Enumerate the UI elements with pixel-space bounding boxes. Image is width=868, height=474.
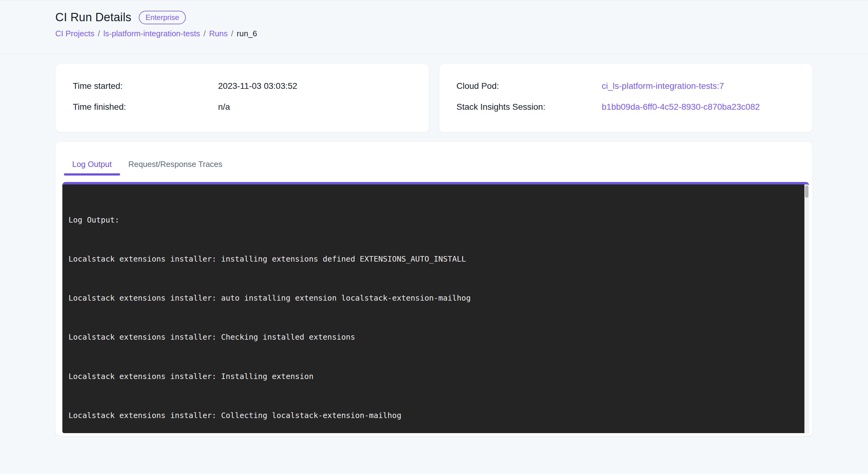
breadcrumb-separator: /	[203, 29, 206, 38]
time-started-label: Time started:	[73, 81, 218, 91]
log-line: Localstack extensions installer: Install…	[68, 370, 803, 383]
log-scrollbar-track[interactable]	[804, 184, 809, 433]
stack-insights-session-row: Stack Insights Session: b1bb09da-6ff0-4c…	[457, 102, 795, 112]
log-content: Log Output: Localstack extensions instal…	[62, 184, 809, 433]
time-started-value: 2023-11-03 03:03:52	[218, 81, 297, 91]
page-content: Time started: 2023-11-03 03:03:52 Time f…	[0, 54, 868, 436]
log-line: Localstack extensions installer: install…	[68, 253, 803, 266]
cloud-info-card: Cloud Pod: ci_ls-platform-integration-te…	[439, 64, 813, 132]
breadcrumb: CI Projects / ls-platform-integration-te…	[55, 29, 813, 38]
breadcrumb-link-ci-projects[interactable]: CI Projects	[55, 29, 94, 38]
log-panel-card: Log Output Request/Response Traces Log O…	[55, 141, 813, 436]
run-times-card: Time started: 2023-11-03 03:03:52 Time f…	[55, 64, 429, 132]
log-panel-tabs: Log Output Request/Response Traces	[64, 152, 812, 176]
title-row: CI Run Details Enterprise	[55, 11, 813, 24]
breadcrumb-link-runs[interactable]: Runs	[209, 29, 228, 38]
cloud-pod-link[interactable]: ci_ls-platform-integration-tests:7	[602, 81, 724, 91]
log-line: Localstack extensions installer: auto in…	[68, 292, 803, 305]
breadcrumb-separator: /	[98, 29, 100, 38]
page-header: CI Run Details Enterprise CI Projects / …	[0, 0, 868, 54]
time-finished-row: Time finished: n/a	[73, 102, 411, 112]
log-terminal[interactable]: Log Output: Localstack extensions instal…	[62, 182, 809, 433]
stack-insights-session-link[interactable]: b1bb09da-6ff0-4c52-8930-c870ba23c082	[602, 102, 760, 112]
tab-request-response-traces[interactable]: Request/Response Traces	[120, 152, 231, 176]
log-line: Localstack extensions installer: Collect…	[68, 409, 803, 422]
time-started-row: Time started: 2023-11-03 03:03:52	[73, 81, 411, 91]
tab-log-output[interactable]: Log Output	[64, 152, 120, 176]
time-finished-value: n/a	[218, 102, 230, 112]
enterprise-badge: Enterprise	[139, 11, 186, 24]
cloud-pod-row: Cloud Pod: ci_ls-platform-integration-te…	[457, 81, 795, 91]
log-line: Localstack extensions installer: Checkin…	[68, 331, 803, 344]
stack-insights-session-label: Stack Insights Session:	[457, 102, 602, 112]
log-scrollbar-thumb[interactable]	[805, 185, 808, 198]
log-line: Log Output:	[68, 214, 803, 227]
breadcrumb-separator: /	[231, 29, 233, 38]
info-cards-row: Time started: 2023-11-03 03:03:52 Time f…	[55, 64, 813, 132]
page-title: CI Run Details	[55, 11, 131, 24]
breadcrumb-link-project[interactable]: ls-platform-integration-tests	[103, 29, 200, 38]
breadcrumb-current-run: run_6	[237, 29, 257, 38]
time-finished-label: Time finished:	[73, 102, 218, 112]
cloud-pod-label: Cloud Pod:	[457, 81, 602, 91]
